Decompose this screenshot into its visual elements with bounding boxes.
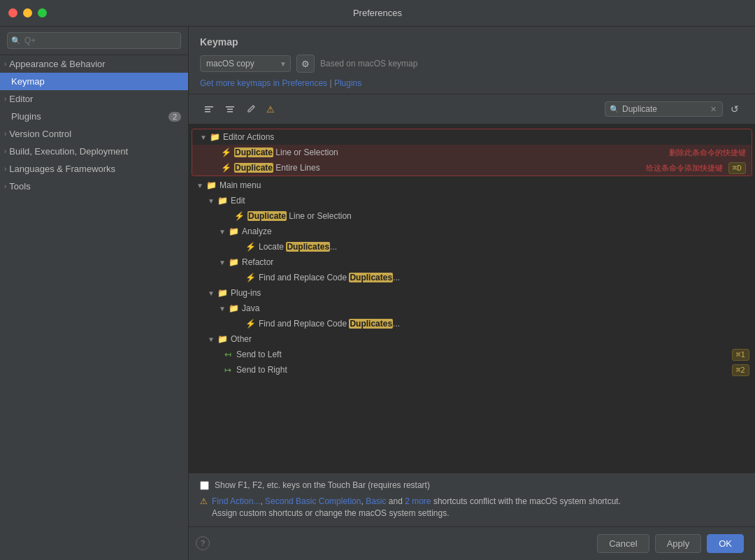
- sidebar-item-plugins[interactable]: Plugins 2: [0, 108, 188, 125]
- keymap-links: Get more keymaps in Preferences | Plugin…: [200, 78, 744, 88]
- help-button[interactable]: ?: [196, 536, 210, 550]
- sidebar-item-label: Tools: [9, 181, 30, 192]
- touchbar-checkbox[interactable]: [200, 481, 209, 490]
- plugins-link[interactable]: Plugins: [334, 78, 361, 88]
- keymap-gear-button[interactable]: ⚙: [296, 55, 315, 73]
- content-title: Keymap: [200, 36, 744, 48]
- keymap-based-text: Based on macOS keymap: [320, 59, 417, 69]
- keymap-search-box[interactable]: 🔍 ✕: [605, 101, 723, 117]
- shortcut-badge: ⌘D: [728, 162, 746, 174]
- highlight-duplicate: Duplicates: [349, 273, 393, 282]
- sidebar-item-label: Build, Execution, Deployment: [9, 146, 128, 157]
- tree-row-edit-duplicate[interactable]: ⚡ Duplicate Line or Selection: [189, 208, 755, 224]
- tree-row-edit[interactable]: ▼ 📁 Edit: [189, 193, 755, 208]
- find-action-link[interactable]: Find Action...: [212, 496, 260, 506]
- highlight-duplicate: Duplicate: [234, 163, 273, 173]
- warning-icon: ⚠: [200, 496, 208, 506]
- tree-row-locate-duplicates[interactable]: ⚡ Locate Duplicates...: [189, 239, 755, 254]
- expand-icon: ▼: [206, 197, 217, 205]
- keymap-tree[interactable]: ▼ 📁 Editor Actions ⚡ Duplicate Line or S…: [189, 124, 755, 473]
- keymap-select-wrapper[interactable]: macOS copy ▼: [200, 55, 291, 72]
- svg-rect-0: [205, 106, 213, 108]
- folder-icon: 📁: [228, 257, 239, 268]
- tree-item-label: Analyze: [242, 227, 749, 236]
- minimize-button[interactable]: [23, 8, 32, 17]
- tree-row-plugins[interactable]: ▼ 📁 Plug-ins: [189, 285, 755, 301]
- sidebar-item-appearance[interactable]: › Appearance & Behavior: [0, 55, 188, 73]
- expand-icon: ▼: [198, 134, 209, 141]
- action-icon: ⚡: [220, 147, 231, 158]
- reload-button[interactable]: ↺: [726, 100, 744, 118]
- tree-row-send-left[interactable]: ↤ Send to Left ⌘1: [189, 347, 755, 362]
- sidebar-item-version-control[interactable]: › Version Control: [0, 125, 188, 143]
- keymap-search-input[interactable]: [622, 104, 706, 114]
- keymap-select[interactable]: macOS copy: [200, 55, 291, 72]
- tree-item-label: Find and Replace Code Duplicates...: [259, 273, 749, 282]
- edit-shortcut-button[interactable]: [242, 100, 260, 118]
- content-header: Keymap macOS copy ▼ ⚙ Based on macOS key…: [189, 27, 755, 94]
- tree-row-duplicate-entire-lines[interactable]: ⚡ Duplicate Entire Lines 给这条命令添加快捷键 ⌘D: [192, 160, 752, 175]
- close-button[interactable]: [8, 8, 17, 17]
- arrow-icon: ›: [4, 165, 6, 173]
- sidebar-item-tools[interactable]: › Tools: [0, 178, 188, 195]
- sidebar-search-area[interactable]: 🔍: [0, 27, 188, 55]
- tree-row-duplicate-line-selection[interactable]: ⚡ Duplicate Line or Selection 删除此条命令的快捷键: [192, 145, 752, 160]
- arrow-icon: ›: [4, 182, 6, 190]
- svg-rect-3: [226, 106, 234, 108]
- arrow-icon: ›: [4, 60, 6, 68]
- tree-row-java[interactable]: ▼ 📁 Java: [189, 301, 755, 316]
- cancel-button[interactable]: Cancel: [597, 534, 649, 553]
- action-icon: ⚡: [245, 272, 256, 283]
- svg-text:⚠: ⚠: [266, 104, 275, 115]
- tree-row-other[interactable]: ▼ 📁 Other: [189, 331, 755, 347]
- tree-row-java-duplicates[interactable]: ⚡ Find and Replace Code Duplicates...: [189, 316, 755, 331]
- action-icon: ⚡: [233, 210, 245, 222]
- search-clear-button[interactable]: ✕: [709, 105, 718, 114]
- sidebar-item-editor[interactable]: › Editor: [0, 90, 188, 108]
- touchbar-label[interactable]: Show F1, F2, etc. keys on the Touch Bar …: [215, 480, 430, 490]
- svg-rect-2: [205, 111, 210, 113]
- tree-row-analyze[interactable]: ▼ 📁 Analyze: [189, 224, 755, 239]
- sidebar-search-input[interactable]: [7, 32, 181, 49]
- sidebar: 🔍 › Appearance & Behavior Keymap › Edito…: [0, 27, 189, 560]
- tree-row-editor-actions[interactable]: ▼ 📁 Editor Actions: [192, 129, 752, 145]
- expand-icon: ▼: [206, 289, 217, 297]
- sidebar-item-keymap[interactable]: Keymap: [0, 73, 188, 90]
- indent-less-button[interactable]: [200, 100, 218, 118]
- action-icon: ⚡: [245, 318, 256, 329]
- svg-rect-1: [205, 109, 210, 110]
- tree-item-label: Duplicate Line or Selection: [234, 148, 655, 157]
- ok-button[interactable]: OK: [707, 534, 744, 553]
- sidebar-item-label: Keymap: [11, 76, 45, 87]
- search-icon: 🔍: [610, 105, 619, 114]
- more-link[interactable]: 2 more: [405, 496, 431, 506]
- warning-text: Find Action..., Second Basic Completion,…: [212, 496, 621, 519]
- action-add-shortcut: 给这条命令添加快捷键: [646, 163, 723, 173]
- maximize-button[interactable]: [38, 8, 47, 17]
- tree-item-label: Send to Left: [236, 350, 726, 359]
- tree-row-refactor-duplicates[interactable]: ⚡ Find and Replace Code Duplicates...: [189, 270, 755, 285]
- get-more-keymaps-link[interactable]: Get more keymaps in Preferences: [200, 78, 327, 88]
- sidebar-item-label: Plugins: [11, 111, 41, 122]
- footer-row: ? Cancel Apply OK: [189, 526, 755, 560]
- tree-item-label: Duplicate Line or Selection: [247, 211, 749, 221]
- sidebar-item-languages[interactable]: › Languages & Frameworks: [0, 160, 188, 178]
- tree-item-label: Editor Actions: [223, 132, 746, 142]
- show-conflicts-button[interactable]: ⚠: [263, 100, 281, 118]
- window-controls[interactable]: [8, 8, 47, 17]
- tree-row-refactor[interactable]: ▼ 📁 Refactor: [189, 254, 755, 270]
- indent-more-button[interactable]: [221, 100, 239, 118]
- tree-row-send-right[interactable]: ↦ Send to Right ⌘2: [189, 362, 755, 378]
- folder-icon: 📁: [217, 333, 228, 345]
- basic-link[interactable]: Basic: [366, 496, 386, 506]
- send-right-icon: ↦: [222, 364, 233, 375]
- tree-row-main-menu[interactable]: ▼ 📁 Main menu: [189, 178, 755, 193]
- second-basic-link[interactable]: Second Basic Completion: [265, 496, 361, 506]
- keymap-controls: macOS copy ▼ ⚙ Based on macOS keymap: [200, 55, 744, 73]
- titlebar: Preferences: [0, 0, 755, 27]
- apply-button[interactable]: Apply: [655, 534, 702, 553]
- editor-actions-conflict-group: ▼ 📁 Editor Actions ⚡ Duplicate Line or S…: [192, 129, 752, 176]
- bottom-area: Show F1, F2, etc. keys on the Touch Bar …: [189, 473, 755, 526]
- highlight-duplicate: Duplicate: [234, 148, 273, 157]
- sidebar-item-build[interactable]: › Build, Execution, Deployment: [0, 143, 188, 160]
